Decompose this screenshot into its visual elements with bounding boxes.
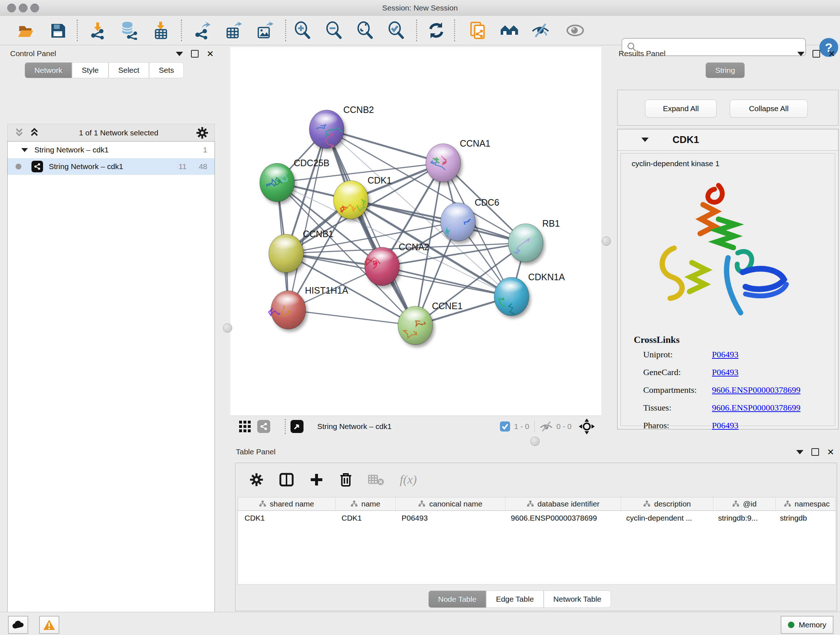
save-session-icon[interactable] [49,21,67,40]
network-node-cdc25b[interactable]: CDC25B [260,158,330,202]
cloud-button[interactable] [8,616,28,634]
tab-node-table[interactable]: Node Table [428,591,486,608]
node-gloss-highlight [264,166,288,179]
panel-float-icon[interactable] [191,50,199,57]
export-network-icon[interactable] [193,21,211,40]
panel-close-icon[interactable]: ✕ [828,51,835,57]
show-graphics-icon[interactable] [566,21,584,40]
open-session-icon[interactable] [16,21,35,40]
column-header[interactable]: shared name [238,497,335,510]
network-node-hist1h1a[interactable]: HIST1H1A [269,285,348,329]
column-header-label: name [362,500,381,508]
expand-all-button[interactable]: Expand All [645,100,717,118]
zoom-selected-icon[interactable] [387,21,406,40]
entry-collapse-icon[interactable] [641,138,649,142]
column-header[interactable]: @id [714,497,775,510]
warning-button[interactable] [39,616,59,634]
import-table-icon[interactable] [151,21,170,40]
show-columns-icon[interactable] [279,472,294,487]
crosslink-link[interactable]: 9606.ENSP00000378699 [712,403,801,413]
network-node-ccnb1[interactable]: CCNB1 [269,229,333,272]
tab-string[interactable]: String [706,62,745,78]
table-cell: cyclin-dependent ... [620,511,712,525]
crosslink-link[interactable]: P06493 [712,350,738,359]
tab-select[interactable]: Select [109,62,149,78]
network-tree: String Network – cdk1 1 String Network –… [7,141,215,635]
panel-close-icon[interactable]: ✕ [827,449,834,455]
crosslink-link[interactable]: P06493 [712,421,738,431]
export-table-icon[interactable] [224,21,242,40]
panel-float-icon[interactable] [812,448,819,456]
zoom-fit-icon[interactable] [355,21,374,40]
zoom-out-icon[interactable] [325,21,343,40]
hidden-eye-icon[interactable] [539,420,554,432]
birdseye-view-icon[interactable] [291,420,303,433]
function-builder-icon[interactable]: f(x) [400,473,417,486]
memory-status-dot [788,622,794,628]
network-edge[interactable] [327,129,443,163]
delete-table-icon[interactable] [368,473,385,486]
panel-float-icon[interactable] [813,50,820,57]
horizontal-splitter-grip[interactable] [531,437,540,446]
panel-menu-icon[interactable] [176,52,183,56]
expand-all-chevron-icon[interactable] [29,127,42,138]
selected-checkbox-icon[interactable] [500,421,510,432]
panel-close-icon[interactable]: ✕ [207,51,214,57]
node-gloss-highlight [431,147,454,159]
vertical-splitter-grip[interactable] [602,236,611,246]
add-column-icon[interactable] [309,472,324,487]
tab-network-table[interactable]: Network Table [544,591,611,608]
grid-view-icon[interactable] [238,420,251,433]
crosslink-label: GeneCard: [643,367,712,377]
node-label: CCNA1 [460,138,491,149]
column-header[interactable]: description [621,497,714,510]
tree-expander-icon[interactable] [21,148,28,152]
network-node-ccnb2[interactable]: CCNB2 [309,105,374,149]
zoom-in-icon[interactable] [293,21,312,40]
refresh-icon[interactable] [427,21,446,40]
tab-network[interactable]: Network [25,62,72,78]
crosslink-link[interactable]: 9606.ENSP00000378699 [712,385,801,395]
network-canvas[interactable]: CCNB2CCNA1CDC25BCDK1CDC6RB1CCNB1CCNA2CDK… [231,47,601,416]
network-edge[interactable] [382,266,512,296]
table-row[interactable]: CDK1CDK1P064939606.ENSP00000378699cyclin… [238,511,836,525]
collapse-all-chevron-icon[interactable] [14,127,27,138]
network-collection-row[interactable]: String Network – cdk1 1 [8,141,215,158]
network-node-rb1[interactable]: RB1 [508,218,560,262]
clone-network-icon[interactable] [469,21,488,40]
network-edge[interactable] [327,129,415,325]
column-header[interactable]: name [335,497,396,510]
network-edge[interactable] [288,129,327,310]
tab-sets[interactable]: Sets [149,62,184,78]
delete-column-icon[interactable] [339,472,353,487]
gear-icon[interactable] [196,126,209,139]
collapse-all-button[interactable]: Collapse All [729,100,808,118]
crosslink-link[interactable]: P06493 [712,367,738,377]
node-label: CCNB1 [303,229,333,239]
network-row[interactable]: String Network – cdk1 11 48 [8,158,215,175]
tab-style[interactable]: Style [72,62,109,78]
vertical-splitter-grip[interactable] [223,323,232,333]
results-panel-title: Results Panel [619,49,666,58]
import-network-icon[interactable] [88,21,107,40]
network-edge[interactable] [288,310,415,325]
column-header[interactable]: database identifier [505,497,621,510]
column-header[interactable]: namespac [775,497,836,510]
crosslink-label: Pharos: [643,421,712,431]
fit-content-crosshair-icon[interactable] [579,418,595,434]
crosslink-row: Uniprot:P06493 [643,350,828,359]
column-header[interactable]: canonical name [396,497,505,510]
panel-menu-icon[interactable] [796,450,804,454]
memory-button[interactable]: Memory [781,616,834,634]
string-home-icon[interactable] [500,21,519,40]
node-label: HIST1H1A [305,285,348,295]
network-node-ccna1[interactable]: CCNA1 [426,138,491,182]
panel-menu-icon[interactable] [797,52,805,56]
network-node-cdkn1a[interactable]: CDKN1A [494,272,565,316]
import-network-database-icon[interactable] [119,21,138,40]
tab-edge-table[interactable]: Edge Table [486,591,544,608]
table-settings-gear-icon[interactable] [249,472,264,487]
export-image-icon[interactable] [255,21,273,40]
hide-graphics-icon[interactable] [531,21,550,40]
string-view-icon[interactable] [257,420,270,433]
